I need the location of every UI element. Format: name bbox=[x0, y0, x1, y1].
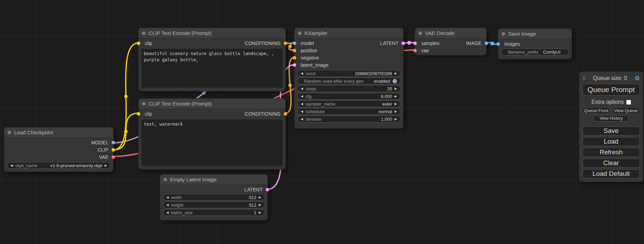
input-label: vae bbox=[421, 48, 429, 53]
decrement-arrow-icon[interactable]: ◀ bbox=[166, 196, 169, 199]
vae-input-slot[interactable] bbox=[413, 49, 417, 52]
node-title: CLIP Text Encode (Prompt) bbox=[149, 101, 212, 107]
node-title-bar[interactable]: KSampler bbox=[294, 28, 403, 38]
save-button[interactable]: Save bbox=[582, 126, 640, 135]
node-title-bar[interactable]: Save Image bbox=[498, 29, 572, 39]
image-output-slot[interactable] bbox=[485, 42, 488, 45]
cfg-widget[interactable]: ◀ cfg 8.000 ▶ bbox=[297, 93, 400, 100]
latent-output-slot[interactable] bbox=[266, 188, 269, 191]
increment-arrow-icon[interactable]: ▶ bbox=[259, 204, 261, 207]
node-collapse-dot-icon[interactable] bbox=[418, 31, 422, 35]
samples-input-slot[interactable] bbox=[413, 42, 417, 45]
clip-input-slot[interactable] bbox=[137, 112, 140, 116]
output-label: CLIP bbox=[98, 147, 108, 153]
prompt-textarea[interactable]: beautiful scenery nature glass bottle la… bbox=[141, 49, 283, 88]
random-seed-toggle-widget[interactable]: Random seed after every gen enabled bbox=[297, 78, 400, 84]
positive-input-slot[interactable] bbox=[293, 49, 296, 52]
clear-button[interactable]: Clear bbox=[582, 159, 640, 168]
decrement-arrow-icon[interactable]: ◀ bbox=[10, 164, 13, 167]
settings-gear-icon[interactable]: ⚙ bbox=[635, 75, 640, 81]
batch-size-widget[interactable]: ◀ batch_size 1 ▶ bbox=[163, 209, 265, 216]
node-empty-latent-image[interactable]: Empty Latent Image LATENT ◀ width 512 ▶ … bbox=[160, 174, 267, 220]
increment-arrow-icon[interactable]: ▶ bbox=[395, 72, 397, 75]
drag-handle-icon[interactable]: ⠿ bbox=[582, 76, 586, 81]
model-output-slot[interactable] bbox=[112, 141, 115, 144]
node-collapse-dot-icon[interactable] bbox=[298, 31, 301, 35]
node-collapse-dot-icon[interactable] bbox=[164, 178, 167, 181]
increment-arrow-icon[interactable]: ▶ bbox=[105, 164, 107, 167]
conditioning-output-slot[interactable] bbox=[284, 42, 287, 45]
widget-label: batch_size bbox=[171, 210, 193, 215]
decrement-arrow-icon[interactable]: ◀ bbox=[166, 211, 169, 214]
widget-value: euler bbox=[382, 101, 392, 107]
toggle-icon[interactable] bbox=[392, 79, 397, 83]
decrement-arrow-icon[interactable]: ◀ bbox=[301, 102, 303, 106]
images-input-slot[interactable] bbox=[496, 42, 500, 46]
clip-output-slot[interactable] bbox=[112, 148, 115, 152]
increment-arrow-icon[interactable]: ▶ bbox=[395, 110, 397, 113]
load-default-button[interactable]: Load Default bbox=[582, 169, 640, 178]
sampler-name-widget[interactable]: ◀ sampler_name euler ▶ bbox=[297, 100, 400, 107]
decrement-arrow-icon[interactable]: ◀ bbox=[301, 118, 303, 121]
increment-arrow-icon[interactable]: ▶ bbox=[395, 87, 397, 90]
node-save-image[interactable]: Save Image images filename_prefix ComfyU… bbox=[498, 29, 572, 59]
model-input-slot[interactable] bbox=[293, 42, 296, 45]
decrement-arrow-icon[interactable]: ◀ bbox=[301, 110, 303, 113]
node-title-bar[interactable]: CLIP Text Encode (Prompt) bbox=[139, 99, 285, 109]
decrement-arrow-icon[interactable]: ◀ bbox=[301, 87, 303, 90]
queue-front-button[interactable]: Queue Front bbox=[582, 107, 610, 114]
node-vae-decode[interactable]: VAE Decode samples IMAGE vae bbox=[415, 28, 486, 55]
vae-output-slot[interactable] bbox=[112, 155, 115, 159]
ckpt-name-widget[interactable]: ◀ ckpt_name v1-5-pruned-emaonly.ckpt ▶ bbox=[7, 162, 111, 169]
increment-arrow-icon[interactable]: ▶ bbox=[395, 102, 397, 106]
view-history-button[interactable]: View History bbox=[593, 115, 629, 121]
node-collapse-dot-icon[interactable] bbox=[142, 31, 145, 35]
output-label: IMAGE bbox=[466, 40, 482, 46]
output-row: MODEL bbox=[4, 139, 113, 146]
decrement-arrow-icon[interactable]: ◀ bbox=[166, 204, 169, 207]
node-title-bar[interactable]: CLIP Text Encode (Prompt) bbox=[139, 28, 285, 38]
denoise-widget[interactable]: ◀ denoise 1.000 ▶ bbox=[297, 116, 400, 123]
clip-input-slot[interactable] bbox=[137, 42, 140, 45]
height-widget[interactable]: ◀ height 512 ▶ bbox=[163, 201, 265, 208]
decrement-arrow-icon[interactable]: ◀ bbox=[301, 72, 303, 75]
input-label: clip bbox=[145, 111, 152, 117]
node-ksampler[interactable]: KSampler model LATENT positive negative … bbox=[294, 28, 403, 128]
filename-prefix-widget[interactable]: filename_prefix ComfyUI bbox=[501, 48, 569, 55]
output-row: LATENT bbox=[160, 186, 267, 193]
node-load-checkpoint[interactable]: Load Checkpoint MODEL CLIP VAE ◀ ckpt_na… bbox=[4, 127, 113, 172]
latent-input-slot[interactable] bbox=[293, 63, 296, 67]
conditioning-output-slot[interactable] bbox=[284, 112, 287, 116]
steps-widget[interactable]: ◀ steps 20 ▶ bbox=[297, 85, 400, 92]
refresh-button[interactable]: Refresh bbox=[582, 148, 640, 157]
widget-value: 512 bbox=[249, 195, 256, 200]
widget-value: v1-5-pruned-emaonly.ckpt bbox=[50, 163, 102, 168]
node-clip-text-encode-positive[interactable]: CLIP Text Encode (Prompt) clip CONDITION… bbox=[139, 28, 285, 91]
node-collapse-dot-icon[interactable] bbox=[8, 131, 11, 134]
node-title-bar[interactable]: Empty Latent Image bbox=[160, 174, 267, 185]
prompt-textarea[interactable]: text, watermark bbox=[141, 119, 283, 166]
increment-arrow-icon[interactable]: ▶ bbox=[259, 211, 261, 214]
extra-options-row: Extra options bbox=[582, 98, 640, 106]
graph-canvas[interactable]: Load Checkpoint MODEL CLIP VAE ◀ ckpt_na… bbox=[0, 0, 644, 244]
node-title-bar[interactable]: Load Checkpoint bbox=[4, 127, 113, 138]
slot-row: clip CONDITIONING bbox=[139, 110, 285, 117]
increment-arrow-icon[interactable]: ▶ bbox=[259, 196, 261, 199]
extra-options-checkbox[interactable] bbox=[626, 100, 631, 105]
scheduler-widget[interactable]: ◀ scheduler normal ▶ bbox=[297, 108, 400, 115]
widget-label: scheduler bbox=[306, 109, 325, 114]
increment-arrow-icon[interactable]: ▶ bbox=[395, 95, 397, 98]
node-collapse-dot-icon[interactable] bbox=[502, 32, 505, 36]
view-queue-button[interactable]: View Queue bbox=[612, 107, 640, 114]
node-title-bar[interactable]: VAE Decode bbox=[415, 28, 486, 38]
node-clip-text-encode-negative[interactable]: CLIP Text Encode (Prompt) clip CONDITION… bbox=[139, 99, 285, 169]
decrement-arrow-icon[interactable]: ◀ bbox=[301, 95, 303, 98]
load-button[interactable]: Load bbox=[582, 137, 640, 146]
increment-arrow-icon[interactable]: ▶ bbox=[395, 118, 397, 121]
seed-widget[interactable]: ◀ seed 156680208700286 ▶ bbox=[297, 70, 400, 77]
node-collapse-dot-icon[interactable] bbox=[142, 102, 145, 106]
width-widget[interactable]: ◀ width 512 ▶ bbox=[163, 194, 265, 201]
latent-output-slot[interactable] bbox=[402, 42, 405, 45]
queue-prompt-button[interactable]: Queue Prompt bbox=[582, 84, 640, 96]
negative-input-slot[interactable] bbox=[293, 56, 296, 60]
